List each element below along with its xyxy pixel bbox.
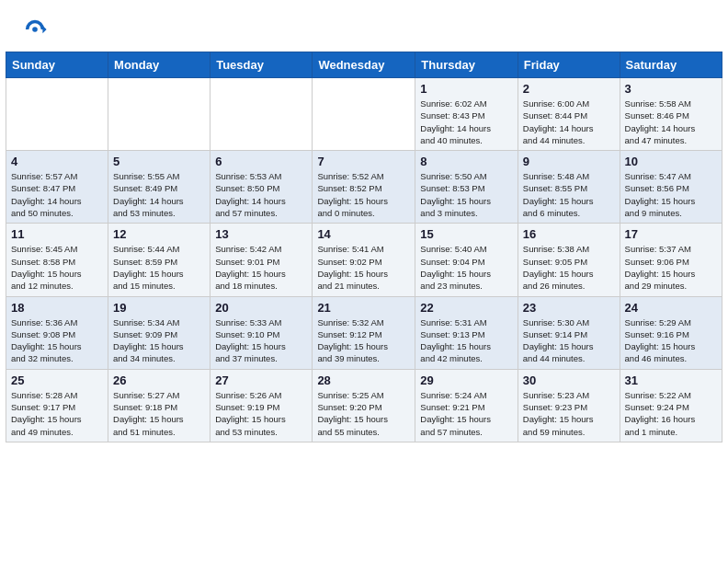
calendar-cell: 20Sunrise: 5:33 AM Sunset: 9:10 PM Dayli… [210, 296, 313, 369]
calendar-week-5: 25Sunrise: 5:28 AM Sunset: 9:17 PM Dayli… [6, 369, 722, 442]
day-number: 30 [523, 373, 615, 387]
day-number: 27 [215, 373, 307, 387]
day-number: 25 [11, 373, 103, 387]
day-number: 18 [11, 301, 103, 315]
calendar-cell: 30Sunrise: 5:23 AM Sunset: 9:23 PM Dayli… [518, 369, 620, 442]
day-number: 11 [11, 227, 103, 241]
day-number: 17 [625, 227, 717, 241]
calendar-cell: 24Sunrise: 5:29 AM Sunset: 9:16 PM Dayli… [620, 296, 722, 369]
calendar-cell: 2Sunrise: 6:00 AM Sunset: 8:44 PM Daylig… [518, 78, 620, 151]
day-number: 24 [625, 301, 717, 315]
day-info: Sunrise: 6:02 AM Sunset: 8:43 PM Dayligh… [420, 98, 512, 146]
day-info: Sunrise: 5:37 AM Sunset: 9:06 PM Dayligh… [625, 243, 717, 292]
day-number: 2 [523, 82, 615, 96]
day-info: Sunrise: 5:57 AM Sunset: 8:47 PM Dayligh… [11, 170, 103, 219]
day-info: Sunrise: 5:44 AM Sunset: 8:59 PM Dayligh… [113, 243, 205, 292]
calendar-week-4: 18Sunrise: 5:36 AM Sunset: 9:08 PM Dayli… [6, 296, 722, 369]
day-number: 15 [420, 227, 512, 241]
day-info: Sunrise: 5:32 AM Sunset: 9:12 PM Dayligh… [317, 316, 410, 365]
day-info: Sunrise: 5:42 AM Sunset: 9:01 PM Dayligh… [215, 243, 307, 292]
day-info: Sunrise: 5:29 AM Sunset: 9:16 PM Dayligh… [625, 316, 717, 365]
calendar-cell: 18Sunrise: 5:36 AM Sunset: 9:08 PM Dayli… [6, 296, 108, 369]
calendar-week-2: 4Sunrise: 5:57 AM Sunset: 8:47 PM Daylig… [6, 151, 722, 224]
calendar-cell: 5Sunrise: 5:55 AM Sunset: 8:49 PM Daylig… [108, 151, 210, 224]
calendar-cell: 23Sunrise: 5:30 AM Sunset: 9:14 PM Dayli… [518, 296, 620, 369]
calendar-week-1: 1Sunrise: 6:02 AM Sunset: 8:43 PM Daylig… [6, 78, 722, 151]
day-number: 1 [420, 82, 512, 96]
calendar-header-row: SundayMondayTuesdayWednesdayThursdayFrid… [6, 52, 722, 78]
calendar-header-wednesday: Wednesday [313, 52, 415, 78]
day-number: 12 [113, 227, 205, 241]
calendar-cell: 31Sunrise: 5:22 AM Sunset: 9:24 PM Dayli… [620, 369, 722, 442]
calendar-cell [108, 78, 210, 151]
day-info: Sunrise: 5:34 AM Sunset: 9:09 PM Dayligh… [113, 316, 205, 365]
day-number: 9 [523, 155, 615, 168]
day-number: 4 [11, 155, 103, 168]
day-info: Sunrise: 5:23 AM Sunset: 9:23 PM Dayligh… [523, 389, 615, 438]
day-info: Sunrise: 5:25 AM Sunset: 9:20 PM Dayligh… [317, 389, 410, 438]
calendar-cell: 10Sunrise: 5:47 AM Sunset: 8:56 PM Dayli… [620, 151, 722, 224]
day-info: Sunrise: 5:36 AM Sunset: 9:08 PM Dayligh… [11, 316, 103, 365]
day-info: Sunrise: 5:26 AM Sunset: 9:19 PM Dayligh… [215, 389, 307, 438]
calendar-header-friday: Friday [518, 52, 620, 78]
calendar-cell: 4Sunrise: 5:57 AM Sunset: 8:47 PM Daylig… [6, 151, 108, 224]
calendar-cell: 19Sunrise: 5:34 AM Sunset: 9:09 PM Dayli… [108, 296, 210, 369]
day-number: 29 [420, 373, 512, 387]
day-info: Sunrise: 6:00 AM Sunset: 8:44 PM Dayligh… [523, 98, 615, 146]
day-info: Sunrise: 5:22 AM Sunset: 9:24 PM Dayligh… [625, 389, 717, 438]
day-number: 22 [420, 301, 512, 315]
day-info: Sunrise: 5:38 AM Sunset: 9:05 PM Dayligh… [523, 243, 615, 292]
calendar-cell: 6Sunrise: 5:53 AM Sunset: 8:50 PM Daylig… [210, 151, 313, 224]
calendar-cell: 15Sunrise: 5:40 AM Sunset: 9:04 PM Dayli… [415, 224, 518, 296]
day-info: Sunrise: 5:55 AM Sunset: 8:49 PM Dayligh… [113, 170, 205, 219]
day-info: Sunrise: 5:53 AM Sunset: 8:50 PM Dayligh… [215, 170, 307, 219]
calendar-cell: 11Sunrise: 5:45 AM Sunset: 8:58 PM Dayli… [6, 224, 108, 296]
calendar-cell: 12Sunrise: 5:44 AM Sunset: 8:59 PM Dayli… [108, 224, 210, 296]
calendar-header-sunday: Sunday [6, 52, 108, 78]
calendar-table: SundayMondayTuesdayWednesdayThursdayFrid… [6, 52, 722, 442]
calendar-cell: 13Sunrise: 5:42 AM Sunset: 9:01 PM Dayli… [210, 224, 313, 296]
calendar-cell: 14Sunrise: 5:41 AM Sunset: 9:02 PM Dayli… [313, 224, 415, 296]
day-number: 13 [215, 227, 307, 241]
day-info: Sunrise: 5:47 AM Sunset: 8:56 PM Dayligh… [625, 170, 717, 219]
day-info: Sunrise: 5:30 AM Sunset: 9:14 PM Dayligh… [523, 316, 615, 365]
day-number: 8 [420, 155, 512, 168]
day-number: 6 [215, 155, 307, 168]
calendar-cell: 21Sunrise: 5:32 AM Sunset: 9:12 PM Dayli… [313, 296, 415, 369]
day-info: Sunrise: 5:45 AM Sunset: 8:58 PM Dayligh… [11, 243, 103, 292]
calendar-cell [6, 78, 108, 151]
calendar-header-tuesday: Tuesday [210, 52, 313, 78]
calendar-cell: 17Sunrise: 5:37 AM Sunset: 9:06 PM Dayli… [620, 224, 722, 296]
calendar-week-3: 11Sunrise: 5:45 AM Sunset: 8:58 PM Dayli… [6, 224, 722, 296]
day-number: 28 [317, 373, 410, 387]
day-info: Sunrise: 5:40 AM Sunset: 9:04 PM Dayligh… [420, 243, 512, 292]
day-number: 23 [523, 301, 615, 315]
day-info: Sunrise: 5:52 AM Sunset: 8:52 PM Dayligh… [317, 170, 410, 219]
calendar-cell: 9Sunrise: 5:48 AM Sunset: 8:55 PM Daylig… [518, 151, 620, 224]
day-number: 14 [317, 227, 410, 241]
page-header [0, 0, 728, 52]
day-number: 21 [317, 301, 410, 315]
day-number: 10 [625, 155, 717, 168]
calendar-cell: 3Sunrise: 5:58 AM Sunset: 8:46 PM Daylig… [620, 78, 722, 151]
logo-icon [22, 17, 48, 42]
logo [22, 17, 53, 42]
calendar-cell: 16Sunrise: 5:38 AM Sunset: 9:05 PM Dayli… [518, 224, 620, 296]
day-info: Sunrise: 5:31 AM Sunset: 9:13 PM Dayligh… [420, 316, 512, 365]
day-number: 19 [113, 301, 205, 315]
calendar-cell: 1Sunrise: 6:02 AM Sunset: 8:43 PM Daylig… [415, 78, 518, 151]
day-info: Sunrise: 5:27 AM Sunset: 9:18 PM Dayligh… [113, 389, 205, 438]
calendar-cell: 8Sunrise: 5:50 AM Sunset: 8:53 PM Daylig… [415, 151, 518, 224]
calendar-wrapper: SundayMondayTuesdayWednesdayThursdayFrid… [0, 52, 728, 448]
calendar-cell: 29Sunrise: 5:24 AM Sunset: 9:21 PM Dayli… [415, 369, 518, 442]
day-info: Sunrise: 5:24 AM Sunset: 9:21 PM Dayligh… [420, 389, 512, 438]
svg-marker-1 [42, 26, 46, 33]
day-info: Sunrise: 5:33 AM Sunset: 9:10 PM Dayligh… [215, 316, 307, 365]
day-number: 7 [317, 155, 410, 168]
calendar-header-thursday: Thursday [415, 52, 518, 78]
day-number: 20 [215, 301, 307, 315]
day-number: 26 [113, 373, 205, 387]
calendar-cell: 7Sunrise: 5:52 AM Sunset: 8:52 PM Daylig… [313, 151, 415, 224]
calendar-cell [313, 78, 415, 151]
day-number: 3 [625, 82, 717, 96]
